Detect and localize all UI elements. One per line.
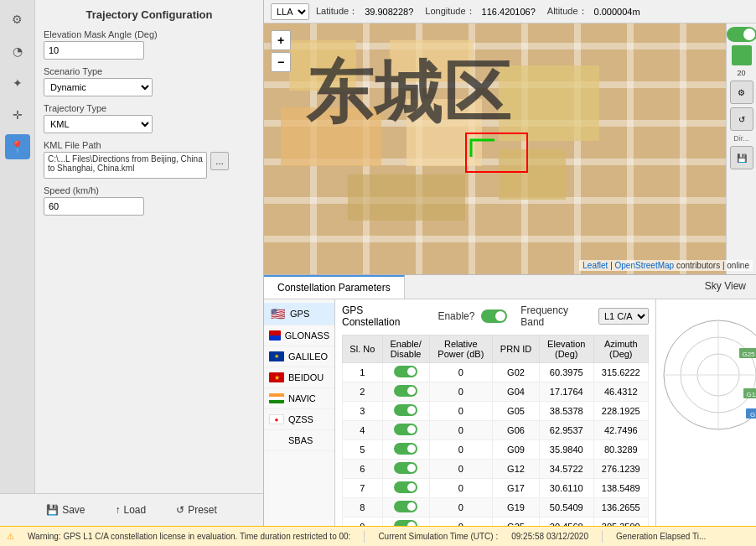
coordinate-bar: LLA Latitude： 39.908228? Longitude： 116.… [264, 0, 756, 23]
chinese-text: 东城区 [306, 49, 512, 139]
row-enable-toggle[interactable] [394, 501, 417, 512]
map-right-controls: 20 ⚙ ↺ Dir... 💾 [726, 23, 756, 274]
speed-input[interactable] [44, 197, 144, 216]
qzss-label: QZSS [288, 414, 313, 424]
altitude-label: Altitude： [547, 5, 588, 18]
cell-elevation: 35.9840 [539, 440, 593, 460]
sat-item-galileo[interactable]: ★ GALILEO [264, 346, 334, 367]
load-button[interactable]: ↑ Load [106, 501, 154, 519]
save-button[interactable]: 💾 Save [38, 501, 93, 519]
sidebar-icon-clock[interactable]: ◔ [5, 39, 30, 64]
glonass-label: GLONASS [285, 330, 329, 341]
cell-slno: 9 [343, 517, 383, 527]
galileo-label: GALILEO [288, 351, 328, 361]
row-enable-toggle[interactable] [394, 385, 417, 397]
sidebar-icon-location[interactable]: 📍 [5, 134, 30, 159]
map-controls: + − [271, 30, 291, 72]
save-ctrl[interactable]: 💾 [730, 146, 753, 169]
constellation-section: Constellation Parameters Sky View 🇺🇸 GPS [264, 275, 756, 526]
save-icon: 💾 [46, 504, 59, 516]
cell-toggle[interactable] [382, 517, 429, 527]
cell-power: 0 [429, 479, 493, 498]
cell-power: 0 [429, 363, 493, 382]
freq-band-label: Frequency Band [520, 304, 592, 328]
scenario-type-select[interactable]: Dynamic [44, 78, 153, 96]
green-marker-svg [469, 138, 499, 159]
kml-path-label: KML File Path [44, 140, 255, 150]
gps-constellation-title: GPS Constellation [342, 304, 421, 328]
cell-slno: 5 [343, 440, 383, 460]
leaflet-link[interactable]: Leaflet [583, 261, 608, 270]
cell-prn: G17 [493, 479, 540, 498]
cell-azimuth: 42.7496 [593, 421, 648, 440]
cell-toggle[interactable] [382, 440, 429, 460]
preset-button[interactable]: ↺ Preset [168, 501, 225, 519]
cell-slno: 3 [343, 402, 383, 421]
cell-toggle[interactable] [382, 498, 429, 517]
longitude-label: Longitude： [425, 5, 474, 18]
sidebar-icon-crosshair[interactable]: ✛ [5, 102, 30, 127]
cell-azimuth: 228.1925 [593, 402, 648, 421]
latitude-label: Latitude： [316, 5, 358, 18]
cell-power: 0 [429, 440, 493, 460]
cell-power: 0 [429, 382, 493, 402]
table-row: 1 0 G02 60.3975 315.6222 [343, 363, 649, 382]
constellation-main: GPS Constellation Enable? Frequency Band… [335, 299, 655, 526]
constellation-header: Constellation Parameters Sky View [264, 275, 756, 299]
cell-elevation: 30.6110 [539, 479, 593, 498]
row-enable-toggle[interactable] [394, 404, 417, 416]
value-20: 20 [737, 69, 745, 77]
row-enable-toggle[interactable] [394, 443, 417, 455]
row-enable-toggle[interactable] [394, 520, 417, 526]
zoom-out-button[interactable]: − [271, 52, 291, 72]
cell-elevation: 34.5722 [539, 460, 593, 479]
sidebar-icon-satellite[interactable]: ✦ [5, 70, 30, 96]
table-row: 4 0 G06 62.9537 42.7496 [343, 421, 649, 440]
cell-toggle[interactable] [382, 460, 429, 479]
cell-elevation: 62.9537 [539, 421, 593, 440]
sat-item-qzss[interactable]: ● QZSS [264, 409, 334, 430]
cell-toggle[interactable] [382, 382, 429, 402]
tab-constellation-parameters[interactable]: Constellation Parameters [264, 275, 405, 299]
warning-icon: ⚠ [7, 532, 14, 541]
cell-elevation: 60.3975 [539, 363, 593, 382]
row-enable-toggle[interactable] [394, 366, 417, 377]
col-elevation: Elevation(Deg) [539, 335, 593, 363]
sky-view-svg: G25 G12 G [655, 299, 756, 442]
trajectory-marker [465, 133, 528, 173]
freq-band-select[interactable]: L1 C/A [598, 308, 649, 325]
scenario-type-group: Scenario Type Dynamic [44, 66, 255, 96]
sat-item-gps[interactable]: 🇺🇸 GPS [264, 303, 334, 325]
sat-item-beidou[interactable]: ★ BEIDOU [264, 367, 334, 388]
cell-toggle[interactable] [382, 402, 429, 421]
cell-toggle[interactable] [382, 479, 429, 498]
row-enable-toggle[interactable] [394, 481, 417, 493]
gps-enable-toggle[interactable] [481, 309, 507, 323]
galileo-flag: ★ [269, 351, 284, 361]
cell-slno: 1 [343, 363, 383, 382]
preset-label: Preset [188, 504, 217, 516]
browse-button[interactable]: … [210, 152, 229, 170]
row-enable-toggle[interactable] [394, 424, 417, 435]
cell-toggle[interactable] [382, 421, 429, 440]
sidebar-icon-settings[interactable]: ⚙ [5, 7, 30, 32]
navic-flag [269, 393, 284, 403]
settings-ctrl[interactable]: ⚙ [730, 81, 753, 104]
toggle-display[interactable] [727, 27, 757, 42]
map-container[interactable]: 东城区 + − [264, 23, 756, 274]
osm-link[interactable]: OpenStreetMap [615, 261, 675, 270]
coord-system-select[interactable]: LLA [271, 3, 309, 20]
table-row: 9 0 G25 20.4568 305.3590 [343, 517, 649, 527]
row-enable-toggle[interactable] [394, 462, 417, 474]
elevation-mask-input[interactable] [44, 41, 144, 60]
zoom-in-button[interactable]: + [271, 30, 291, 50]
refresh-ctrl[interactable]: ↺ [730, 107, 753, 131]
cell-toggle[interactable] [382, 363, 429, 382]
sidebar-content: Trajectory Configuration Elevation Mask … [35, 0, 263, 493]
col-slno: Sl. No [343, 335, 383, 363]
cell-slno: 6 [343, 460, 383, 479]
sat-item-navic[interactable]: NAVIC [264, 388, 334, 409]
sat-item-sbas[interactable]: SBAS [264, 430, 334, 451]
sat-item-glonass[interactable]: GLONASS [264, 325, 334, 346]
trajectory-type-select[interactable]: KML [44, 115, 153, 133]
